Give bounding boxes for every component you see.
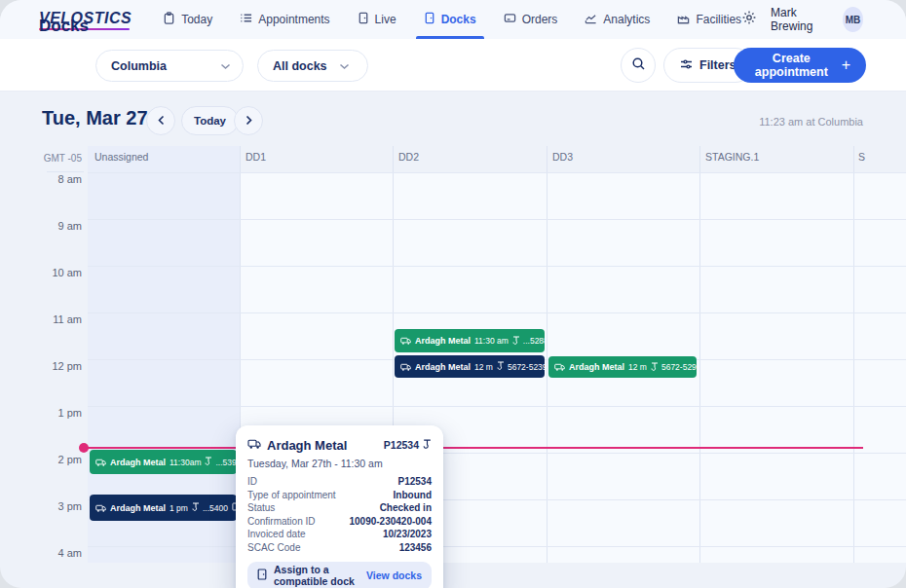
current-time-line: [84, 447, 863, 449]
event-title: Ardagh Metal: [569, 362, 624, 372]
location-select[interactable]: Columbia: [95, 50, 244, 82]
door-icon: [358, 12, 369, 27]
assign-dock-bar[interactable]: Assign to a compatible dock View docks: [247, 562, 432, 588]
detail-value: Checked in: [380, 502, 432, 513]
event-title: Ardagh Metal: [110, 458, 166, 467]
detail-label: Status: [247, 502, 275, 513]
create-appointment-button[interactable]: Create appointment +: [734, 48, 866, 83]
nav-item-analytics[interactable]: Analytics: [585, 0, 650, 39]
event-time: 1 pm: [170, 503, 188, 513]
hook-icon: [512, 336, 520, 347]
nav-item-facilities[interactable]: Facilities: [677, 0, 741, 39]
detail-value: Inbound: [394, 490, 432, 500]
event-trailer: 5672-5299: [661, 362, 697, 372]
hook-icon: [651, 362, 659, 373]
prev-day-button[interactable]: [146, 106, 175, 135]
event-trailer: ...5399: [215, 458, 237, 467]
nav-label: Docks: [441, 13, 476, 26]
door-icon: [424, 12, 435, 27]
time-label: 9 am: [8, 220, 82, 232]
detail-row: Invoiced date10/23/2023: [247, 529, 432, 539]
appointment-event[interactable]: Ardagh Metal 12 m 5672-5239 DD2: [395, 355, 545, 378]
nav-label: Appointments: [258, 13, 329, 26]
detail-value: 123456: [399, 542, 432, 553]
event-title: Ardagh Metal: [415, 336, 471, 346]
gear-icon[interactable]: [741, 10, 757, 29]
appointment-event[interactable]: Ardagh Metal 1 pm ...5400 N/A: [90, 495, 237, 521]
hour-gridline: [88, 406, 906, 407]
column-header-unassigned: Unassigned: [94, 151, 148, 163]
event-trailer: ...5288: [523, 336, 545, 346]
detail-row: Confirmation ID10090-230420-004: [247, 516, 432, 527]
nav-item-today[interactable]: Today: [163, 0, 212, 39]
clipboard-icon: [163, 12, 175, 27]
nav-item-appointments[interactable]: Appointments: [240, 0, 329, 39]
truck-icon: [95, 454, 106, 471]
nav-label: Today: [181, 13, 212, 26]
hour-gridline: [88, 219, 906, 220]
time-label: 3 pm: [8, 500, 82, 512]
appointment-event[interactable]: Ardagh Metal 11:30am ...5399 N/A: [90, 450, 237, 474]
time-label: 11 am: [8, 313, 82, 325]
sliders-icon: [680, 58, 693, 73]
analytics-icon: [585, 12, 597, 27]
nav-item-live[interactable]: Live: [358, 0, 396, 39]
nav-label: Facilities: [696, 13, 741, 26]
docks-select[interactable]: All docks: [257, 50, 368, 82]
hour-gridline: [88, 546, 906, 547]
detail-row: StatusChecked in: [247, 502, 432, 513]
nav-right-cluster: Mark Brewing MB: [741, 6, 906, 33]
chevron-down-icon: [220, 59, 231, 73]
chevron-down-icon: [339, 59, 350, 73]
detail-label: ID: [247, 476, 257, 487]
detail-row: Type of appointmentInbound: [247, 490, 432, 500]
truck-icon: [400, 358, 411, 376]
app-window: VELOSTICS Today Appointments Live Docks …: [0, 0, 906, 588]
chevron-right-icon: [245, 112, 252, 129]
popup-detail-rows: IDP12534 Type of appointmentInbound Stat…: [247, 476, 432, 553]
gutter-underline: [47, 171, 84, 172]
event-time: 12 m: [474, 362, 493, 372]
event-time: 11:30 am: [474, 336, 509, 346]
create-appointment-label: Create appointment: [751, 52, 832, 79]
column-header-partial: S: [858, 151, 865, 163]
assign-label: Assign to a compatible dock: [274, 564, 359, 587]
detail-value: 10/23/2023: [383, 529, 432, 539]
hook-icon: [205, 457, 212, 467]
event-trailer: ...5400: [203, 503, 228, 513]
appointment-event[interactable]: Ardagh Metal 12 m 5672-5299 DD3: [548, 356, 697, 378]
event-time: 12 m: [628, 362, 647, 372]
current-time-dot: [79, 443, 89, 453]
next-day-button[interactable]: [234, 106, 263, 135]
popup-title: Ardagh Metal: [267, 438, 378, 453]
user-name[interactable]: Mark Brewing: [771, 6, 829, 33]
today-button[interactable]: Today: [181, 106, 239, 135]
hour-gridline: [88, 172, 906, 173]
column-header-staging1: STAGING.1: [705, 151, 759, 163]
nav-item-orders[interactable]: Orders: [504, 0, 558, 39]
hour-gridline: [88, 312, 906, 313]
detail-label: Invoiced date: [247, 529, 306, 539]
detail-label: Type of appointment: [247, 490, 336, 500]
view-docks-link[interactable]: View docks: [366, 570, 422, 581]
time-label: 4 am: [8, 547, 82, 559]
search-button[interactable]: [621, 48, 656, 83]
time-label: 1 pm: [8, 407, 82, 419]
appointment-event[interactable]: Ardagh Metal 11:30 am ...5288 DD2: [395, 329, 545, 352]
nav-item-docks[interactable]: Docks: [424, 0, 476, 39]
location-select-value: Columbia: [111, 59, 167, 73]
door-icon: [257, 567, 267, 584]
column-header-dd1: DD1: [245, 151, 266, 163]
avatar[interactable]: MB: [843, 7, 863, 32]
detail-row: SCAC Code123456: [247, 542, 432, 553]
truck-icon: [95, 499, 106, 517]
time-label: 8 am: [8, 173, 82, 185]
event-title: Ardagh Metal: [415, 362, 471, 372]
detail-row: IDP12534: [247, 476, 432, 487]
hook-icon: [192, 502, 200, 513]
timezone-label: GMT -05: [0, 153, 82, 164]
popup-code-value: P12534: [384, 439, 419, 451]
event-title: Ardagh Metal: [110, 503, 166, 513]
appointment-details-popup: Ardagh Metal P12534 Tuesday, Mar 27th - …: [236, 425, 443, 588]
popup-header: Ardagh Metal P12534: [247, 436, 432, 454]
